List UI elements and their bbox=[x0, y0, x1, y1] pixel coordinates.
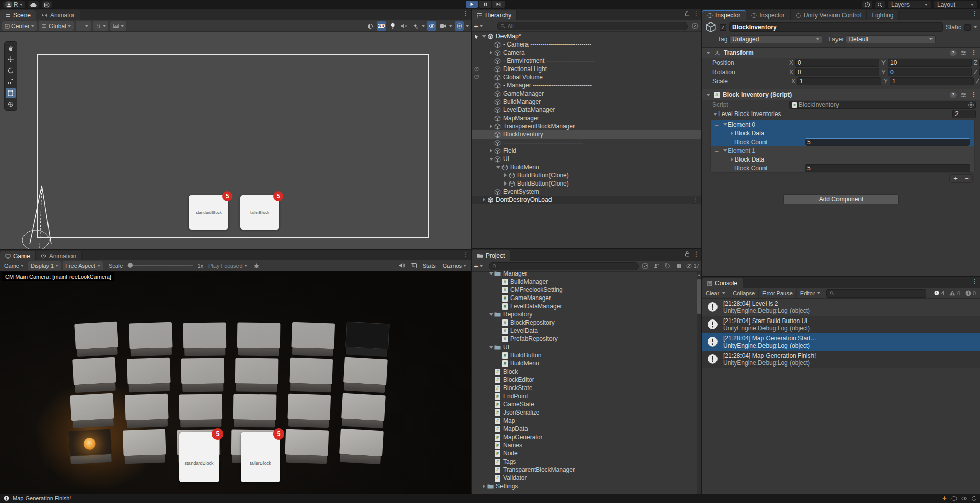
scene-visibility-toggle[interactable] bbox=[427, 21, 436, 31]
account-button[interactable]: R bbox=[3, 1, 25, 8]
visibility-off-icon[interactable] bbox=[472, 75, 481, 80]
tab-animation[interactable]: Animation bbox=[36, 252, 82, 260]
project-row[interactable]: #GameState bbox=[472, 400, 701, 408]
project-row[interactable]: #JsonSerialize bbox=[472, 408, 701, 417]
hierarchy-menu-icon[interactable]: ⋮ bbox=[693, 11, 699, 16]
project-row[interactable]: Repository bbox=[472, 310, 701, 318]
project-row[interactable]: #LevelData bbox=[472, 327, 701, 335]
project-scrollbar[interactable] bbox=[697, 272, 701, 494]
hierarchy-row[interactable]: - Camera ------------------------------ bbox=[472, 40, 701, 49]
gizmos-toggle[interactable] bbox=[455, 21, 464, 31]
hierarchy-row[interactable]: BlockInventory bbox=[472, 130, 701, 139]
hierarchy-row[interactable]: - Enmvirotment ------------------------ bbox=[472, 57, 701, 65]
chevron-down-icon[interactable] bbox=[974, 26, 977, 28]
project-search-input[interactable] bbox=[499, 263, 635, 269]
build-button-card[interactable]: 5 standardBlock bbox=[179, 432, 219, 482]
hierarchy-search[interactable] bbox=[497, 22, 688, 30]
orientation-dropdown[interactable]: Global bbox=[39, 21, 74, 31]
project-row[interactable]: #MapData bbox=[472, 425, 701, 433]
layout-dropdown[interactable]: Layout bbox=[934, 1, 977, 8]
error-pause-button[interactable]: Error Pause bbox=[759, 288, 797, 299]
hierarchy-row[interactable]: BuildMenu bbox=[472, 163, 701, 171]
move-tool-button[interactable] bbox=[6, 54, 16, 64]
display-dropdown[interactable]: Display 1 bbox=[28, 261, 61, 270]
hierarchy-row[interactable]: BuildButton(Clone) bbox=[472, 171, 701, 179]
build-button-card[interactable]: 5 tallerBlock bbox=[241, 432, 280, 482]
vsync-grid-button[interactable] bbox=[409, 261, 418, 270]
hierarchy-row[interactable]: UI bbox=[472, 155, 701, 163]
list-size-field[interactable] bbox=[952, 110, 976, 118]
hierarchy-row[interactable]: TransparentBlockManager bbox=[472, 122, 701, 130]
project-row[interactable]: #TransparentBlockManager bbox=[472, 466, 701, 474]
project-row[interactable]: #PrefabRepository bbox=[472, 335, 701, 343]
scale-slider[interactable] bbox=[127, 265, 193, 266]
console-search-input[interactable] bbox=[836, 290, 923, 296]
remove-element-button[interactable]: − bbox=[961, 175, 972, 182]
project-row[interactable]: #Names bbox=[472, 441, 701, 449]
help-icon[interactable]: ? bbox=[950, 92, 957, 98]
rotate-tool-button[interactable] bbox=[6, 65, 16, 76]
script-object-field[interactable]: # BlockInventory ◉ bbox=[789, 101, 976, 109]
hierarchy-row[interactable]: Directional Light bbox=[472, 65, 701, 73]
position-y-field[interactable] bbox=[888, 59, 972, 67]
drag-handle-icon[interactable]: = bbox=[715, 147, 722, 154]
position-x-field[interactable] bbox=[795, 59, 879, 67]
inventories-list-row[interactable]: Level Block Inventories bbox=[702, 109, 980, 119]
audio-mute-toggle[interactable] bbox=[399, 21, 409, 31]
hierarchy-row[interactable]: Camera bbox=[472, 49, 701, 57]
tab-hierarchy[interactable]: Hierarchy bbox=[472, 10, 517, 20]
transform-tool-button[interactable] bbox=[6, 99, 16, 109]
block-count-field[interactable] bbox=[805, 138, 970, 146]
project-row[interactable]: #GameManager bbox=[472, 294, 701, 302]
step-button[interactable] bbox=[492, 1, 505, 8]
clear-options-dropdown[interactable] bbox=[721, 288, 729, 299]
rotation-y-field[interactable] bbox=[888, 68, 972, 76]
scale-tool-button[interactable] bbox=[6, 77, 16, 87]
hierarchy-row[interactable]: LevelDataManager bbox=[472, 106, 701, 114]
tab-project[interactable]: Project bbox=[472, 250, 510, 261]
project-row[interactable]: #Tags bbox=[472, 458, 701, 466]
help-icon[interactable]: ? bbox=[950, 50, 957, 56]
hierarchy-row[interactable]: Field bbox=[472, 147, 701, 155]
project-row[interactable]: #Map bbox=[472, 417, 701, 425]
cloud-services-button[interactable] bbox=[28, 1, 39, 8]
project-row[interactable]: #BlockEditor bbox=[472, 376, 701, 384]
refresh-icon[interactable] bbox=[971, 496, 977, 501]
scale-x-field[interactable] bbox=[797, 77, 881, 85]
tab-version-control[interactable]: Unity Version Control bbox=[791, 10, 867, 20]
element-0[interactable]: = Element 0 Block Data Block Count bbox=[711, 120, 974, 146]
hierarchy-row[interactable]: GameManager bbox=[472, 89, 701, 98]
chevron-down-icon[interactable] bbox=[466, 25, 469, 27]
tab-scene[interactable]: Scene bbox=[0, 10, 36, 20]
tab-game[interactable]: Game bbox=[0, 252, 36, 260]
hierarchy-row[interactable]: EventSystem bbox=[472, 188, 701, 196]
rotation-x-field[interactable] bbox=[795, 68, 879, 76]
add-element-button[interactable]: + bbox=[950, 175, 961, 182]
project-row[interactable]: Settings bbox=[472, 482, 701, 490]
scene-menu-icon[interactable]: ⋮ bbox=[463, 11, 469, 16]
tab-inspector-1[interactable]: Inspector bbox=[702, 10, 746, 20]
stats-toggle[interactable]: Stats bbox=[420, 263, 438, 269]
error-count-toggle[interactable]: 0 bbox=[963, 290, 978, 296]
object-picker-icon[interactable]: ◉ bbox=[968, 102, 974, 108]
play-focused-dropdown[interactable]: Play Focused bbox=[205, 263, 250, 269]
pivot-mode-dropdown[interactable]: Center bbox=[2, 21, 37, 31]
snap-settings-dropdown[interactable] bbox=[93, 21, 108, 31]
element-1[interactable]: = Element 1 Block Data Block Count bbox=[711, 146, 974, 172]
active-checkbox[interactable] bbox=[720, 24, 726, 31]
pick-window-icon[interactable] bbox=[690, 21, 699, 31]
play-button[interactable] bbox=[466, 1, 478, 8]
lock-icon[interactable] bbox=[685, 11, 690, 16]
project-row[interactable]: #Node bbox=[472, 449, 701, 458]
add-component-button[interactable]: Add Component bbox=[783, 194, 899, 204]
drag-handle-icon[interactable]: = bbox=[715, 121, 722, 128]
layers-dropdown[interactable]: Layers bbox=[888, 1, 931, 8]
build-button-card[interactable]: 5 tallerBlock bbox=[240, 195, 279, 230]
block-data-row[interactable]: Block Data bbox=[711, 129, 974, 138]
editor-dropdown[interactable]: Editor bbox=[797, 288, 824, 299]
mute-audio-button[interactable] bbox=[398, 261, 407, 270]
block-count-field[interactable] bbox=[805, 164, 970, 172]
game-menu-icon[interactable]: ⋮ bbox=[463, 252, 469, 257]
hierarchy-row[interactable]: DevMap* bbox=[472, 32, 701, 40]
hierarchy-row[interactable]: Global Volume bbox=[472, 73, 701, 81]
